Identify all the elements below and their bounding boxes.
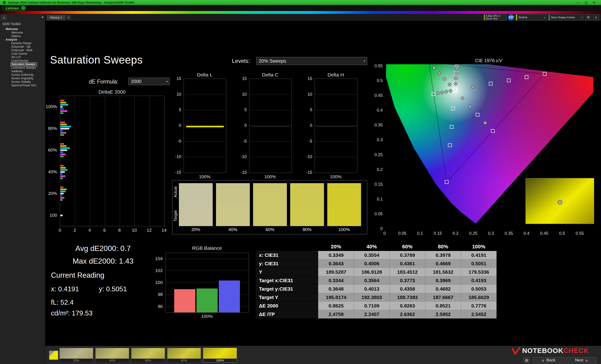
next-chevron-icon: » <box>585 358 588 363</box>
deltae-bar <box>60 149 67 151</box>
sidebar-item-colorchecker[interactable]: ColorChecker <box>0 59 45 63</box>
table-cell: 0.3344 <box>318 276 354 285</box>
swatch-label: 100% <box>327 227 361 232</box>
result-thumb-swatch <box>167 348 201 359</box>
measurement-count-badge[interactable]: 237 <box>508 14 514 20</box>
layout-thumbnail[interactable] <box>49 351 58 360</box>
de-formula-value: 2000 <box>129 79 166 84</box>
back-button[interactable]: « Back <box>533 357 565 363</box>
workspace-menu-icon[interactable]: ≡ <box>593 14 599 20</box>
deltae-bar <box>60 100 64 101</box>
rgb-bar-red <box>174 289 195 312</box>
result-thumb-60[interactable]: 60% <box>131 348 165 363</box>
meter-button[interactable]: X-Rite i1Pro 2 Direct View <box>484 14 506 20</box>
delta-y-tick-label: -10 <box>239 154 247 159</box>
sidebar-item-color-gamut[interactable]: Color Gamut <box>0 52 45 56</box>
result-thumb-40[interactable]: 40% <box>95 348 129 363</box>
deltae-bar <box>60 156 64 157</box>
collapse-glyph-icon[interactable]: - <box>3 38 3 41</box>
delta-gridline <box>249 95 291 95</box>
deltae-bar <box>60 175 65 177</box>
next-button[interactable]: Next » <box>566 357 597 363</box>
logo-word-notebook: NOTEBOOK <box>522 347 563 354</box>
swatch-80 <box>290 183 324 226</box>
settings-gear-icon[interactable]: ⚙ <box>585 14 591 20</box>
rgb-bar-blue <box>219 280 240 312</box>
table-row-label: Y <box>256 268 318 276</box>
deltae-bar <box>60 195 62 197</box>
deltae-bar <box>60 104 68 105</box>
table-row-label: x: CIE31 <box>256 251 318 259</box>
cie-x-tick-label: 0.25 <box>466 231 480 236</box>
sidebar-item-saturation-sweeps[interactable]: Saturation Sweeps <box>11 63 37 66</box>
sidebar-item-spectral-power-dist[interactable]: Spectral Power Dist. <box>0 84 45 87</box>
sidebar-group-analysis[interactable]: -Analysis <box>0 38 45 41</box>
result-thumb-100[interactable]: 100% <box>203 348 237 363</box>
deltae-bar <box>60 106 63 108</box>
delta-y-tick-label: 0 <box>174 123 181 128</box>
swatch-column-100: 100% <box>327 183 361 232</box>
source-select[interactable]: Source ▾ <box>516 14 547 20</box>
result-thumb-20[interactable]: 20% <box>60 348 93 363</box>
table-cell: 0.5053 <box>461 285 497 293</box>
sidebar-group-welcome[interactable]: -Welcome <box>0 28 45 31</box>
close-button[interactable]: ✕ <box>590 1 598 4</box>
delta-y-tick-label: -10 <box>305 154 312 159</box>
sidebar-item-screen-uniformity[interactable]: Screen Uniformity <box>0 73 45 77</box>
sidebar-item-grayscale-2pt[interactable]: Grayscale - 2pt <box>0 45 45 48</box>
deltae-bar <box>60 193 64 194</box>
source-accent <box>516 15 517 20</box>
delta-value-bar <box>252 126 289 127</box>
sidebar-item-3d-lut[interactable]: 3D LUT <box>0 56 45 59</box>
table-cell: 189.7393 <box>390 293 425 302</box>
cie-measurement-dot <box>456 68 457 69</box>
sidebar-item-options[interactable]: Options <box>0 35 45 38</box>
sidebar-item-additivity[interactable]: Additivity <box>0 70 45 73</box>
swatch-target <box>327 205 361 226</box>
calman-logo-menu[interactable]: calman ▾ <box>2 5 26 11</box>
sidebar-item-screen-angularity[interactable]: Screen Angularity <box>0 77 45 80</box>
delta-gridline <box>249 157 291 157</box>
swatch-60 <box>253 183 287 226</box>
rgb-gridline <box>166 271 249 271</box>
sidebar-item-luminance-sweeps[interactable]: Luminance Sweeps <box>0 66 45 70</box>
sidebar-item-grayscale-multi[interactable]: Grayscale - Multi <box>0 48 45 52</box>
sidebar-item-dynamic-range[interactable]: Dynamic Range <box>0 41 45 45</box>
tab-history-1[interactable]: History 1 <box>46 15 66 20</box>
swatch-target <box>216 205 250 226</box>
main-content: Saturation Sweeps dE Formula: 2000 ▾ Lev… <box>45 21 601 346</box>
table-cell: 0.3773 <box>390 276 425 285</box>
delta-y-tick-label: 10 <box>174 92 181 97</box>
rgb-y-tick-label: 98 <box>150 292 163 297</box>
delta-y-tick-label: 15 <box>305 76 312 81</box>
result-thumbnails: 20%40%60%80%100% <box>60 348 237 363</box>
table-cell: 0.4193 <box>461 276 497 285</box>
result-thumb-80[interactable]: 80% <box>167 348 201 363</box>
sidebar-item-screen-stability[interactable]: Screen Stability <box>0 80 45 84</box>
actual-label: Actual <box>173 186 178 198</box>
display-control-select[interactable]: Direct Display Control ▾ <box>548 14 584 20</box>
delta-l-y-axis: 151050-5-10-15 <box>174 78 182 172</box>
cie-measurement-dot <box>455 78 456 79</box>
sidebar-item-welcome[interactable]: Welcome <box>0 31 45 35</box>
add-tab-button[interactable]: + <box>66 15 72 20</box>
collapse-glyph-icon[interactable]: - <box>3 28 3 31</box>
minimize-button[interactable]: — <box>574 1 582 4</box>
table-cell: 179.5336 <box>461 268 497 276</box>
de-formula-select[interactable]: 2000 ▾ <box>128 78 170 85</box>
maximize-button[interactable]: ▢ <box>582 1 590 4</box>
levels-select[interactable]: 20% Sweeps ▾ <box>256 57 367 65</box>
chevron-down-icon: ▾ <box>21 6 25 10</box>
cie-x-tick-label: 0.35 <box>502 231 516 236</box>
table-cell: 0.8263 <box>390 302 425 310</box>
deltae-bar <box>60 132 66 134</box>
delta-y-tick-label: 5 <box>174 107 181 112</box>
table-cell: 0.4013 <box>354 285 390 293</box>
sidebar-menu-icon[interactable]: ≡ <box>1 15 7 20</box>
result-thumb-label: 80% <box>167 359 201 362</box>
titlebar: Calman 2025 Calman Ultimate for Business… <box>0 0 601 5</box>
delta-h-y-axis: 151050-5-10-15 <box>305 78 313 172</box>
table-cell: 0.4669 <box>425 259 461 268</box>
sidebar-collapse-icon[interactable]: ◀ <box>41 16 43 19</box>
grid-view-icon[interactable]: ⊞ <box>523 357 530 363</box>
